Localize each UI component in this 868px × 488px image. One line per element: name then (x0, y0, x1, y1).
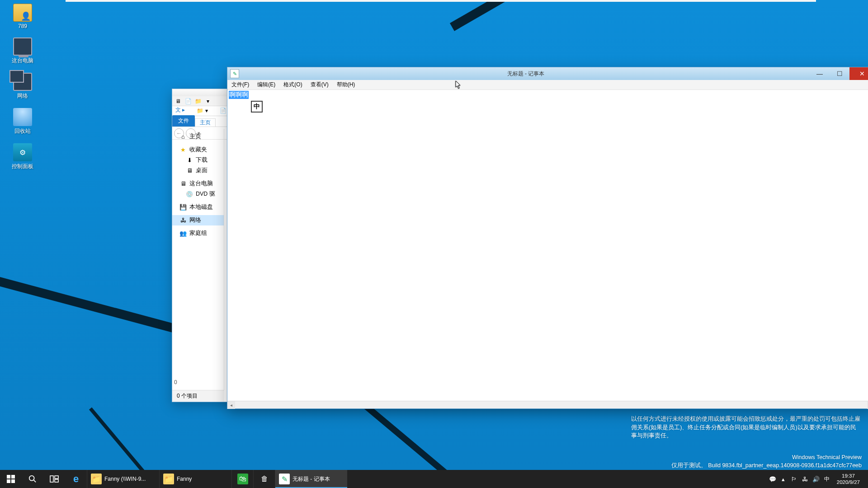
menu-file[interactable]: 文件(F) (227, 81, 253, 89)
scroll-left-arrow-icon[interactable]: ◂ (227, 401, 235, 409)
windows-watermark: 以任何方式进行未经授权的使用或披露可能会招致惩戒处分，最严重的处罚可包括终止雇佣… (671, 453, 862, 470)
watermark-line2: 仅用于测试。 Build 9834.fbl_partner_eeap.14090… (671, 461, 862, 470)
sidebar-item-favorites[interactable]: ★收藏夹 (172, 145, 224, 155)
star-icon: ★ (179, 146, 187, 154)
computer-icon (13, 38, 32, 56)
sidebar-item-home[interactable]: ⌂主页 (172, 131, 224, 142)
window-buttons: — ☐ ✕ (810, 67, 868, 80)
desktop-icon-this-pc[interactable]: 这台电脑 (3, 38, 42, 65)
taskbar-app-recyclebin[interactable]: 🗑 (253, 470, 275, 488)
menu-help[interactable]: 帮助(H) (333, 81, 359, 89)
tab-file-icon[interactable]: 文 ▸ (172, 104, 191, 116)
menu-format[interactable]: 格式(O) (279, 81, 306, 89)
chevron-down-icon[interactable]: ▾ (204, 97, 212, 105)
notepad-menubar: 文件(F) 编辑(E) 格式(O) 查看(V) 帮助(H) (227, 80, 868, 90)
svg-rect-2 (7, 479, 10, 483)
sidebar-item-network[interactable]: 🖧网络 (172, 215, 224, 225)
menu-view[interactable]: 查看(V) (307, 81, 333, 89)
network-icon (13, 73, 32, 91)
svg-point-4 (29, 476, 34, 481)
new-folder-icon[interactable]: 📄 (184, 97, 192, 105)
taskbar-app-notepad[interactable]: ✎无标题 - 记事本 (275, 470, 347, 488)
volume-icon[interactable]: 🔊 (811, 470, 821, 488)
notepad-icon: ✎ (230, 69, 239, 78)
explorer-statusbar: 0 个项目 (172, 390, 224, 402)
explorer-sidebar: ⌂主页 ★收藏夹 ⬇下载 🖥桌面 🖥这台电脑 💿DVD 驱 💾本地磁盘 🖧网络 … (172, 129, 224, 390)
ime-indicator[interactable]: 中 (821, 470, 832, 488)
minimize-button[interactable]: — (810, 67, 830, 80)
desktop-icon: 🖥 (186, 167, 193, 174)
tray-chevron-up-icon[interactable]: ▴ (778, 470, 789, 488)
notepad-textarea[interactable] (227, 90, 868, 401)
network-tray-icon[interactable]: 🖧 (800, 470, 811, 488)
desktop-icon-control-panel[interactable]: ⚙控制面板 (3, 143, 42, 170)
search-button[interactable] (22, 470, 43, 488)
task-view-button[interactable] (43, 470, 65, 488)
notepad-window[interactable]: ✎ 无标题 - 记事本 — ☐ ✕ 文件(F) 编辑(E) 格式(O) 查看(V… (227, 67, 868, 409)
start-button[interactable] (0, 470, 22, 488)
icon-label: 回收站 (14, 127, 31, 135)
ie-icon: e (73, 473, 79, 485)
drive-icon: 💾 (179, 204, 187, 211)
ribbon-tab-home[interactable]: 主页 (195, 118, 216, 127)
icon-label: 这台电脑 (12, 57, 33, 65)
taskbar-left: e 📁Fanny (\\WIN-9... 📁Fanny 🛍 🗑 ✎无标题 - 记… (0, 470, 347, 488)
svg-rect-0 (7, 475, 10, 479)
desktop-icon-recycle-bin[interactable]: 回收站 (3, 108, 42, 135)
warning-text: 以任何方式进行未经授权的使用或披露可能会招致惩戒处分，最严重的处罚可包括终止雇佣… (631, 415, 862, 440)
status-text: 0 个项目 (177, 392, 198, 400)
notepad-text-area[interactable]: 啊啊啊 中 (227, 90, 868, 401)
desktop-icons: 789 这台电脑 网络 回收站 ⚙控制面板 (3, 4, 52, 178)
menu-edit[interactable]: 编辑(E) (253, 81, 279, 89)
desktop-icon-789[interactable]: 789 (3, 4, 42, 29)
folder-icon: 📁 (163, 474, 174, 484)
sidebar-item-label: 收藏夹 (189, 146, 207, 154)
sidebar-item-this-pc[interactable]: 🖥这台电脑 (172, 178, 224, 189)
flag-icon[interactable]: 🏳 (789, 470, 800, 488)
sidebar-item-downloads[interactable]: ⬇下载 (172, 155, 224, 165)
action-center-button[interactable]: 💬 (767, 470, 778, 488)
horizontal-scrollbar[interactable]: ◂ ▸ (227, 401, 868, 408)
svg-rect-1 (11, 475, 15, 479)
sidebar-item-label: 主页 (189, 133, 201, 141)
notepad-titlebar[interactable]: ✎ 无标题 - 记事本 — ☐ ✕ (227, 67, 868, 80)
sidebar-item-homegroup[interactable]: 👥家庭组 (172, 228, 224, 239)
disc-icon: 💿 (186, 191, 193, 198)
icon-label: 控制面板 (12, 163, 33, 170)
sidebar-item-dvd[interactable]: 💿DVD 驱 (172, 189, 224, 199)
top-whitebar (66, 0, 816, 2)
folder-icon: 📁 (91, 474, 102, 484)
maximize-button[interactable]: ☐ (830, 67, 849, 80)
taskbar-app-store[interactable]: 🛍 (231, 470, 253, 488)
computer-icon[interactable]: 🖥 (174, 97, 182, 105)
computer-icon: 🖥 (179, 180, 187, 188)
icon-label: 网络 (17, 92, 28, 100)
search-icon (28, 475, 37, 483)
close-button[interactable]: ✕ (849, 67, 868, 80)
svg-rect-8 (55, 479, 58, 482)
taskbar-app-label: 无标题 - 记事本 (292, 475, 330, 483)
taskbar-clock[interactable]: 19:37 2020/9/27 (832, 473, 864, 486)
folder-icon[interactable]: 📁 (194, 97, 202, 105)
notepad-icon: ✎ (279, 474, 290, 484)
ie-pinned[interactable]: e (65, 470, 87, 488)
taskbar-app-fanny[interactable]: 📁Fanny (159, 470, 231, 488)
taskbar-app-label: Fanny (\\WIN-9... (104, 476, 146, 482)
window-title: 无标题 - 记事本 (242, 70, 810, 78)
store-icon: 🛍 (237, 474, 248, 484)
sidebar-item-desktop[interactable]: 🖥桌面 (172, 165, 224, 176)
taskbar-app-fanny-remote[interactable]: 📁Fanny (\\WIN-9... (87, 470, 159, 488)
desktop-icon-network[interactable]: 网络 (3, 73, 42, 100)
count-marker: 0 (174, 379, 177, 385)
icon-label: 789 (18, 23, 27, 29)
folder-icon (13, 4, 32, 22)
svg-line-5 (34, 480, 36, 483)
sidebar-item-label: DVD 驱 (196, 190, 215, 198)
sidebar-item-local-disk[interactable]: 💾本地磁盘 (172, 202, 224, 212)
sidebar-item-label: 家庭组 (189, 230, 207, 237)
homegroup-icon: 👥 (179, 230, 187, 237)
tab-folder-icon[interactable]: 📁 ▾ (191, 106, 213, 116)
ribbon-tab-file[interactable]: 文件 (172, 115, 195, 127)
selected-text: 啊啊啊 (229, 91, 249, 99)
svg-rect-6 (50, 476, 53, 482)
